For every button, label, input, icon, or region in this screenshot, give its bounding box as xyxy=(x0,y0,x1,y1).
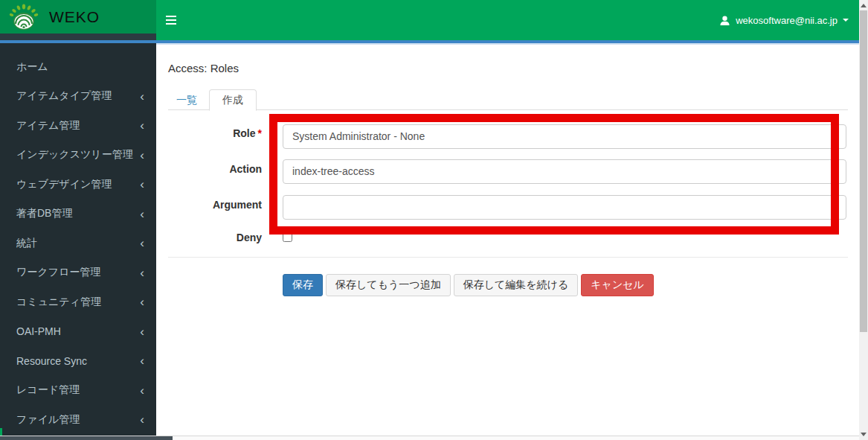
sidebar-item-record-mgmt[interactable]: レコード管理‹ xyxy=(0,376,156,406)
user-email-label: wekosoftware@nii.ac.jp xyxy=(736,15,838,26)
user-account-menu[interactable]: wekosoftware@nii.ac.jp xyxy=(719,0,849,40)
user-icon xyxy=(719,15,730,26)
brand-title: WEKO xyxy=(49,8,100,26)
weko-admin-window: WEKO wekosoftware@nii.ac.jp ホーム アイテムタイプ管… xyxy=(0,0,868,440)
horizontal-scrollbar[interactable] xyxy=(0,436,859,440)
tab-bar: 一覧 作成 xyxy=(168,89,257,111)
page-title: Access: Roles xyxy=(168,62,239,74)
sidebar-item-authordb-mgmt[interactable]: 著者DB管理‹ xyxy=(0,200,156,229)
save-and-continue-editing-button[interactable]: 保存して編集を続ける xyxy=(454,274,579,296)
chevron-left-icon: ‹ xyxy=(140,384,144,397)
tab-bar-underline xyxy=(168,109,848,110)
argument-field-label: Argument xyxy=(143,199,262,211)
sidebar-toggle-button[interactable] xyxy=(166,16,176,25)
sidebar-item-resource-sync[interactable]: Resource Sync‹ xyxy=(0,346,156,376)
role-select[interactable]: System Administrator - None xyxy=(283,124,846,149)
save-and-add-another-button[interactable]: 保存してもう一つ追加 xyxy=(326,274,451,296)
chevron-left-icon: ‹ xyxy=(140,149,144,162)
deny-field-label: Deny xyxy=(143,232,262,243)
scroll-up-arrow-icon[interactable] xyxy=(861,4,867,7)
select-caret-icon xyxy=(832,135,838,139)
chevron-down-icon xyxy=(843,19,849,22)
tab-list[interactable]: 一覧 xyxy=(168,89,205,110)
sidebar-item-item-mgmt[interactable]: アイテム管理‹ xyxy=(0,111,156,141)
save-button[interactable]: 保存 xyxy=(283,274,323,296)
horizontal-scrollbar-thumb[interactable] xyxy=(0,436,173,440)
sidebar-menu: ホーム アイテムタイプ管理‹ アイテム管理‹ インデックスツリー管理‹ ウェブデ… xyxy=(0,52,156,435)
role-field-label: Role* xyxy=(143,127,262,139)
brand-logo[interactable]: WEKO xyxy=(0,0,156,34)
form-button-row: 保存 保存してもう一つ追加 保存して編集を続ける キャンセル xyxy=(283,274,654,296)
sidebar-item-home[interactable]: ホーム xyxy=(0,52,156,82)
sidebar-item-oai-pmh[interactable]: OAI-PMH‹ xyxy=(0,317,156,347)
chevron-left-icon: ‹ xyxy=(140,296,144,308)
argument-input[interactable] xyxy=(283,195,846,220)
vertical-scrollbar[interactable] xyxy=(859,0,868,440)
chevron-left-icon: ‹ xyxy=(140,90,144,103)
chevron-left-icon: ‹ xyxy=(140,267,144,279)
top-navbar: wekosoftware@nii.ac.jp xyxy=(156,0,859,40)
chevron-left-icon: ‹ xyxy=(140,413,144,426)
tab-create[interactable]: 作成 xyxy=(209,89,257,111)
sidebar-item-file-mgmt[interactable]: ファイル管理‹ xyxy=(0,405,156,435)
cancel-button[interactable]: キャンセル xyxy=(581,274,654,296)
scroll-down-arrow-icon[interactable] xyxy=(861,433,867,436)
action-field-label: Action xyxy=(143,163,262,175)
logo-under-strip xyxy=(0,34,156,40)
sidebar-item-workflow-mgmt[interactable]: ワークフロー管理‹ xyxy=(0,258,156,288)
select-caret-icon xyxy=(832,170,838,174)
sidebar: ホーム アイテムタイプ管理‹ アイテム管理‹ インデックスツリー管理‹ ウェブデ… xyxy=(0,43,156,436)
chevron-left-icon: ‹ xyxy=(140,325,144,338)
sidebar-item-webdesign-mgmt[interactable]: ウェブデザイン管理‹ xyxy=(0,170,156,200)
header-accent-line-light xyxy=(156,43,859,45)
deny-checkbox[interactable] xyxy=(283,232,292,242)
sidebar-item-indextree-mgmt[interactable]: インデックスツリー管理‹ xyxy=(0,141,156,170)
action-select[interactable]: index-tree-access xyxy=(283,159,846,184)
chevron-left-icon: ‹ xyxy=(140,178,144,191)
green-edge-fragment xyxy=(0,428,2,436)
required-asterisk: * xyxy=(258,127,262,139)
chevron-left-icon: ‹ xyxy=(140,354,144,367)
vertical-scrollbar-thumb[interactable] xyxy=(860,10,867,332)
sidebar-item-itemtype-mgmt[interactable]: アイテムタイプ管理‹ xyxy=(0,82,156,112)
weko-logo-icon xyxy=(9,4,39,31)
hamburger-icon xyxy=(166,16,176,17)
sidebar-item-community-mgmt[interactable]: コミュニティ管理‹ xyxy=(0,287,156,317)
sidebar-item-statistics[interactable]: 統計‹ xyxy=(0,229,156,258)
form-divider xyxy=(168,257,848,258)
